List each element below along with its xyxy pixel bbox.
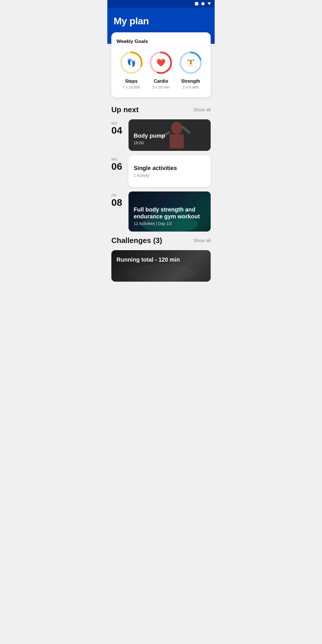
steps-label: Steps <box>125 79 138 84</box>
challenge-content: Running total - 120 min <box>111 250 211 269</box>
up-next-show-all-button[interactable]: Show all <box>193 106 211 114</box>
body-pump-card[interactable]: Body pump 18:00 <box>129 119 211 151</box>
status-bar <box>107 0 215 7</box>
page-title: My plan <box>114 15 208 27</box>
day-num-04: 04 <box>111 125 122 135</box>
steps-circle: 👣 <box>119 50 144 75</box>
schedule-item-mo04[interactable]: MO 04 Body pump 18:00 <box>111 119 211 151</box>
day-num-08: 08 <box>111 197 122 207</box>
single-activities-title: Single activities <box>134 165 206 171</box>
steps-sublabel: 7 x 10,000 <box>123 85 140 89</box>
cardio-label: Cardio <box>154 79 168 84</box>
cardio-circle: ❤️ <box>148 50 173 75</box>
up-next-header: Up next Show all <box>111 105 211 114</box>
strength-icon: 🏋 <box>187 59 195 66</box>
challenges-header: Challenges (3) Show all <box>111 236 211 245</box>
single-activities-card[interactable]: Single activities 1 Activity <box>129 155 211 187</box>
challenge-running-title: Running total - 120 min <box>116 256 206 263</box>
goal-strength[interactable]: 🏋 Strength 2 x 8 sets <box>178 50 203 89</box>
challenges-title: Challenges (3) <box>111 236 162 245</box>
challenge-running-card[interactable]: Running total - 120 min <box>111 250 211 282</box>
day-num-06: 06 <box>111 161 122 171</box>
strength-sublabel: 2 x 8 sets <box>183 85 199 89</box>
full-body-subtitle: 12 Activities | Day 1/2 <box>134 221 206 226</box>
svg-point-1 <box>201 2 205 5</box>
weekly-goals-card: Weekly Goals 👣 Steps 7 x 10,000 ❤️ <box>111 32 211 97</box>
svg-rect-0 <box>195 2 198 5</box>
weekly-goals-title: Weekly Goals <box>116 39 206 44</box>
goal-steps[interactable]: 👣 Steps 7 x 10,000 <box>119 50 144 89</box>
goals-row: 👣 Steps 7 x 10,000 ❤️ Cardio 3 x 20 min <box>116 50 206 89</box>
schedule-date-fr08: FR 08 <box>111 191 125 232</box>
single-activities-subtitle: 1 Activity <box>134 173 206 178</box>
up-next-title: Up next <box>111 105 139 114</box>
body-pump-title: Body pump <box>134 132 206 139</box>
steps-icon: 👣 <box>127 58 136 67</box>
circle-icon <box>201 2 205 6</box>
challenges-section: Challenges (3) Show all Running total - … <box>107 236 215 282</box>
full-body-content: Full body strength and endurance gym wor… <box>129 191 211 232</box>
schedule-date-we06: WE 06 <box>111 155 125 187</box>
schedule-item-we06[interactable]: WE 06 Single activities 1 Activity <box>111 155 211 187</box>
triangle-down-icon <box>207 2 211 6</box>
goal-cardio[interactable]: ❤️ Cardio 3 x 20 min <box>148 50 173 89</box>
schedule-date-mo04: MO 04 <box>111 119 125 151</box>
square-icon <box>195 2 199 6</box>
full-body-title: Full body strength and endurance gym wor… <box>134 206 206 220</box>
up-next-section: Up next Show all MO 04 Body pump 18 <box>107 97 215 232</box>
strength-circle: 🏋 <box>178 50 203 75</box>
cardio-sublabel: 3 x 20 min <box>152 85 169 89</box>
svg-marker-2 <box>208 2 211 5</box>
strength-label: Strength <box>181 79 200 84</box>
body-pump-subtitle: 18:00 <box>134 141 206 145</box>
full-body-card[interactable]: Full body strength and endurance gym wor… <box>129 191 211 232</box>
body-pump-content: Body pump 18:00 <box>129 119 211 151</box>
schedule-item-fr08[interactable]: FR 08 Full body strength and endurance g… <box>111 191 211 232</box>
cardio-icon: ❤️ <box>156 58 165 67</box>
challenges-show-all-button[interactable]: Show all <box>193 237 211 244</box>
